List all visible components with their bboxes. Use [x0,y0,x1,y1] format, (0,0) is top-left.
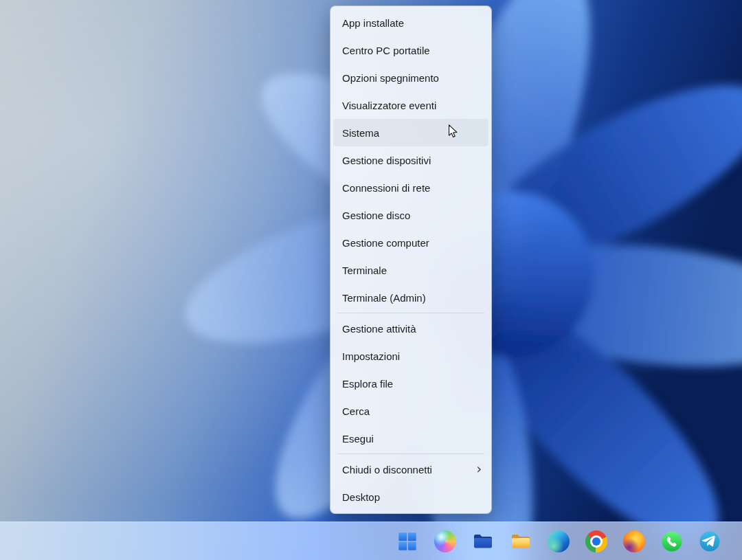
menu-item-esegui[interactable]: Esegui [333,425,488,452]
menu-item-gestione-dispositivi[interactable]: Gestione dispositivi [333,146,488,174]
chevron-right-icon: › [476,461,482,476]
taskbar-button-folder-blue[interactable] [469,527,497,556]
menu-item-terminale[interactable]: Terminale [333,256,488,284]
menu-item-impostazioni[interactable]: Impostazioni [333,342,488,370]
menu-item-label: Gestione computer [342,237,429,249]
taskbar-button-firefox[interactable] [620,527,649,556]
menu-item-label: Cerca [342,405,370,417]
taskbar [0,522,742,560]
menu-item-gestione-computer[interactable]: Gestione computer [333,229,488,256]
menu-separator [337,453,484,454]
menu-item-terminale-admin[interactable]: Terminale (Admin) [333,284,488,311]
edge-icon [548,530,570,552]
menu-item-label: Gestione attività [342,323,416,335]
start-button[interactable] [393,527,422,556]
menu-item-label: Chiudi o disconnetti [342,464,432,475]
menu-item-label: Esplora file [342,378,393,390]
menu-item-esplora-file[interactable]: Esplora file [333,370,488,397]
menu-item-label: Desktop [342,491,380,503]
menu-item-opzioni-spegnimento[interactable]: Opzioni spegnimento [333,64,488,91]
menu-item-label: Visualizzatore eventi [342,100,436,111]
menu-item-gestione-attivita[interactable]: Gestione attività [333,315,488,342]
chrome-icon [585,530,607,552]
menu-separator [337,313,484,313]
menu-item-label: Terminale (Admin) [342,292,426,304]
menu-item-visualizzatore-eventi[interactable]: Visualizzatore eventi [333,91,488,119]
menu-item-label: Connessioni di rete [342,182,430,194]
menu-item-chiudi-o-disconnetti[interactable]: Chiudi o disconnetti › [333,456,488,483]
windows-start-icon [397,531,418,552]
desktop[interactable]: App installate Centro PC portatile Opzio… [0,0,742,560]
taskbar-button-chrome[interactable] [582,527,611,556]
firefox-icon [623,530,645,552]
menu-item-label: Gestione disco [342,210,410,221]
menu-item-label: Sistema [342,127,379,139]
menu-item-label: Centro PC portatile [342,45,430,56]
taskbar-button-whatsapp[interactable] [657,527,686,556]
whatsapp-icon [661,530,683,552]
menu-item-gestione-disco[interactable]: Gestione disco [333,201,488,229]
file-explorer-icon [510,530,532,552]
menu-item-label: Opzioni spegnimento [342,72,439,84]
taskbar-button-copilot[interactable] [431,527,460,556]
menu-item-label: Gestione dispositivi [342,155,431,166]
taskbar-icon-row [393,527,724,556]
menu-item-connessioni-di-rete[interactable]: Connessioni di rete [333,174,488,201]
menu-item-desktop[interactable]: Desktop [333,483,488,511]
menu-item-centro-pc-portatile[interactable]: Centro PC portatile [333,36,488,64]
menu-item-label: App installate [342,17,404,29]
blue-folder-icon [472,530,494,552]
menu-item-label: Terminale [342,265,387,276]
telegram-icon [699,530,721,552]
menu-item-sistema[interactable]: Sistema [333,119,488,146]
menu-item-label: Impostazioni [342,350,400,362]
menu-item-cerca[interactable]: Cerca [333,397,488,425]
menu-item-app-installate[interactable]: App installate [333,9,488,36]
taskbar-button-file-explorer[interactable] [506,527,535,556]
copilot-icon [434,530,456,552]
win-x-menu: App installate Centro PC portatile Opzio… [330,5,492,514]
menu-item-label: Esegui [342,433,374,445]
taskbar-button-edge[interactable] [544,527,573,556]
taskbar-button-telegram[interactable] [695,527,724,556]
